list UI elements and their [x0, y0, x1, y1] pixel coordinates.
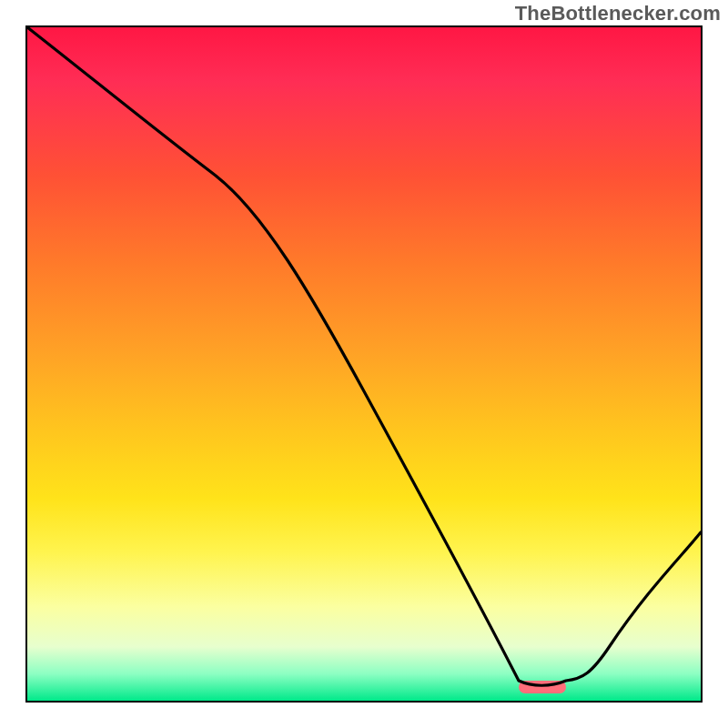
plot-area	[25, 25, 703, 703]
chart-overlay	[27, 27, 701, 701]
attribution-text: TheBottlenecker.com	[515, 2, 721, 25]
bottleneck-curve	[27, 27, 701, 685]
chart-container: TheBottlenecker.com	[0, 0, 728, 728]
